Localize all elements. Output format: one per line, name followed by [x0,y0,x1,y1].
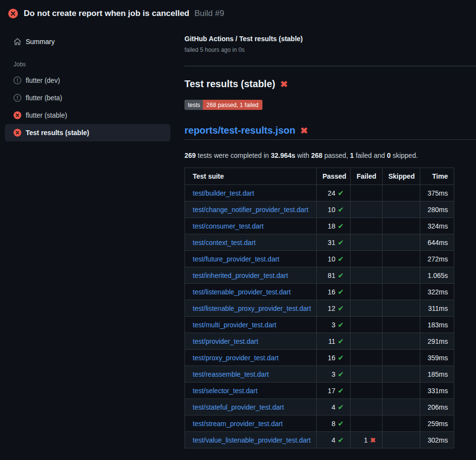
test-suite-link[interactable]: test/stream_provider_test.dart [193,420,283,428]
test-suite-link[interactable]: test/listenable_provider_test.dart [193,288,291,296]
header-divider [184,66,476,66]
report-file-link[interactable]: reports/test-results.json [184,125,295,136]
summary-number: 1 [350,152,354,159]
summary-section-title-text: Test results (stable) [184,78,275,90]
time-cell: 183ms [420,317,454,333]
test-suite-cell: test/consumer_test.dart [185,218,317,234]
passed-cell: 24✔ [317,185,351,201]
run-build-number: Build #9 [194,9,224,18]
test-suite-link[interactable]: test/value_listenable_provider_test.dart [193,436,311,444]
summary-text: tests were completed in [196,152,271,159]
table-row: test/builder_test.dart24✔375ms [185,185,454,201]
test-suite-cell: test/inherited_provider_test.dart [185,267,317,284]
column-header-failed: Failed [351,168,383,185]
time-cell: 185ms [420,366,454,383]
check-icon: ✔ [338,238,344,246]
test-suite-link[interactable]: test/inherited_provider_test.dart [193,272,288,279]
time-cell: 322ms [420,284,454,300]
failed-cell [351,333,383,350]
table-row: test/value_listenable_provider_test.dart… [185,432,454,448]
failed-cell [351,267,383,284]
test-suite-link[interactable]: test/multi_provider_test.dart [193,321,276,329]
check-icon: ✔ [338,436,344,444]
table-row: test/context_test.dart31✔644ms [185,234,454,251]
skipped-cell [383,284,420,300]
table-row: test/stream_provider_test.dart8✔259ms [185,415,454,432]
passed-count: 4 [332,436,336,444]
failed-cell [351,234,383,251]
test-suite-link[interactable]: test/future_provider_test.dart [193,255,279,263]
test-suite-cell: test/change_notifier_provider_test.dart [185,201,317,218]
skipped-cell [383,300,420,317]
test-suite-cell: test/selector_test.dart [185,383,317,399]
column-header-passed: Passed [317,168,351,185]
test-suite-cell: test/listenable_proxy_provider_test.dart [185,300,317,317]
test-suite-link[interactable]: test/builder_test.dart [193,189,254,197]
skipped-cell [383,399,420,415]
time-cell: 644ms [420,234,454,251]
table-row: test/listenable_proxy_provider_test.dart… [185,300,454,317]
table-row: test/listenable_provider_test.dart16✔322… [185,284,454,300]
sidebar: Summary Jobs flutter (dev)flutter (beta)… [0,23,184,141]
test-suite-link[interactable]: test/consumer_test.dart [193,222,263,230]
test-suite-link[interactable]: test/change_notifier_provider_test.dart [193,206,308,214]
time-cell: 324ms [420,218,454,234]
test-suite-link[interactable]: test/proxy_provider_test.dart [193,354,278,362]
test-suite-cell: test/stream_provider_test.dart [185,415,317,432]
summary-text: failed and [354,152,387,159]
passed-count: 8 [332,420,336,428]
sidebar-job-item-flutter-dev[interactable]: flutter (dev) [5,72,170,89]
time-cell: 259ms [420,415,454,432]
sidebar-job-item-flutter-beta[interactable]: flutter (beta) [5,89,170,107]
time-cell: 206ms [420,399,454,415]
test-suite-link[interactable]: test/listenable_proxy_provider_test.dart [193,305,311,312]
summary-number: 269 [184,152,196,159]
stop-icon [14,77,21,84]
test-suite-link[interactable]: test/provider_test.dart [193,337,258,345]
table-row: test/provider_test.dart11✔291ms [185,333,454,350]
test-suite-link[interactable]: test/stateful_provider_test.dart [193,403,284,411]
passed-count: 3 [332,321,336,329]
sidebar-job-label: flutter (beta) [26,94,62,102]
passed-count: 81 [328,272,336,279]
failed-cell [351,366,383,383]
failed-cell [351,218,383,234]
check-icon: ✔ [338,370,344,378]
test-suite-link[interactable]: test/reassemble_test.dart [193,370,269,378]
test-suite-cell: test/context_test.dart [185,234,317,251]
summary-number: 32.964s [271,152,295,159]
tests-badge-label: tests [184,100,203,110]
check-icon: ✔ [338,271,344,279]
sidebar-job-label: Test results (stable) [26,129,89,137]
run-title-group: Do not create report when job is cancell… [24,9,224,18]
time-cell: 375ms [420,185,454,201]
x-circle-icon [14,129,21,137]
test-suite-cell: test/provider_test.dart [185,333,317,350]
skipped-cell [383,201,420,218]
table-row: test/inherited_provider_test.dart81✔1.06… [185,267,454,284]
passed-cell: 11✔ [317,333,351,350]
x-circle-icon [8,9,18,18]
check-icon: ✔ [338,403,344,411]
test-suite-cell: test/builder_test.dart [185,185,317,201]
passed-count: 10 [328,255,336,263]
stop-icon [14,94,21,102]
passed-cell: 8✔ [317,415,351,432]
test-suite-link[interactable]: test/context_test.dart [193,239,256,246]
check-icon: ✔ [338,304,344,312]
failed-cell [351,383,383,399]
test-suite-link[interactable]: test/selector_test.dart [193,387,258,395]
sidebar-item-summary[interactable]: Summary [5,34,170,49]
sidebar-job-item-flutter-stable[interactable]: flutter (stable) [5,107,170,124]
passed-count: 31 [328,239,336,246]
table-row: test/reassemble_test.dart3✔185ms [185,366,454,383]
passed-count: 17 [328,387,336,395]
passed-count: 4 [332,403,336,411]
passed-count: 16 [328,354,336,362]
passed-cell: 10✔ [317,201,351,218]
skipped-cell [383,432,420,448]
run-header: Do not create report when job is cancell… [0,0,476,23]
sidebar-job-item-test-results-stable[interactable]: Test results (stable) [5,124,170,141]
check-icon: ✔ [338,288,344,296]
passed-cell: 17✔ [317,383,351,399]
